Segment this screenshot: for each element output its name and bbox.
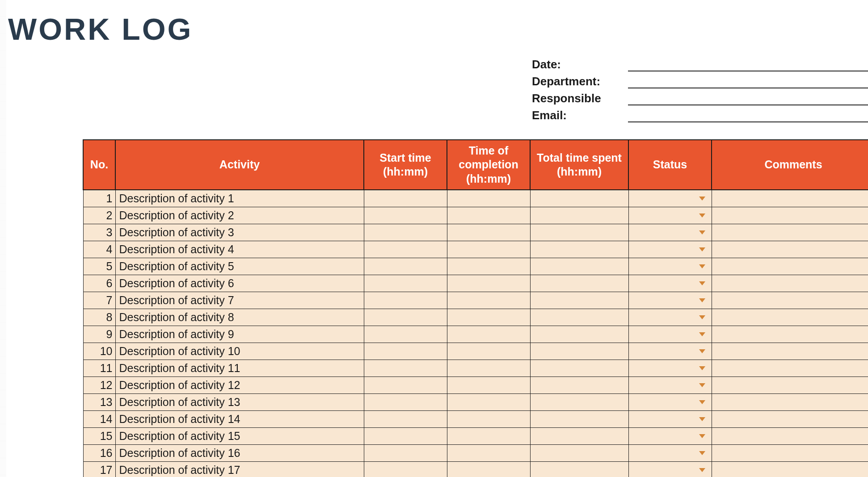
cell-activity[interactable]: Description of activity 3 — [115, 224, 364, 241]
cell-activity[interactable]: Description of activity 16 — [115, 444, 364, 461]
cell-start[interactable] — [364, 427, 447, 444]
cell-start[interactable] — [364, 241, 447, 258]
cell-total[interactable] — [530, 224, 628, 241]
cell-end[interactable] — [447, 224, 530, 241]
cell-total[interactable] — [530, 241, 628, 258]
cell-end[interactable] — [447, 190, 530, 207]
cell-total[interactable] — [530, 343, 628, 360]
cell-status[interactable] — [628, 292, 712, 309]
cell-no[interactable]: 3 — [83, 224, 115, 241]
cell-end[interactable] — [447, 410, 530, 427]
cell-end[interactable] — [447, 292, 530, 309]
cell-total[interactable] — [530, 360, 628, 377]
cell-total[interactable] — [530, 427, 628, 444]
cell-comments[interactable] — [712, 190, 868, 207]
status-dropdown[interactable] — [629, 428, 712, 444]
cell-comments[interactable] — [712, 410, 868, 427]
cell-comments[interactable] — [712, 258, 868, 275]
status-dropdown[interactable] — [629, 326, 712, 343]
cell-end[interactable] — [447, 427, 530, 444]
status-dropdown[interactable] — [629, 377, 712, 393]
responsible-input[interactable] — [628, 92, 868, 105]
cell-start[interactable] — [364, 224, 447, 241]
status-dropdown[interactable] — [629, 462, 712, 477]
cell-end[interactable] — [447, 377, 530, 393]
cell-start[interactable] — [364, 343, 447, 360]
status-dropdown[interactable] — [629, 309, 712, 326]
cell-total[interactable] — [530, 309, 628, 326]
cell-comments[interactable] — [712, 224, 868, 241]
cell-comments[interactable] — [712, 427, 868, 444]
cell-activity[interactable]: Description of activity 17 — [115, 461, 364, 477]
cell-comments[interactable] — [712, 461, 868, 477]
cell-start[interactable] — [364, 444, 447, 461]
cell-comments[interactable] — [712, 241, 868, 258]
cell-comments[interactable] — [712, 326, 868, 343]
cell-start[interactable] — [364, 410, 447, 427]
cell-start[interactable] — [364, 326, 447, 343]
cell-end[interactable] — [447, 309, 530, 326]
cell-comments[interactable] — [712, 444, 868, 461]
cell-activity[interactable]: Description of activity 1 — [115, 190, 364, 207]
cell-status[interactable] — [628, 410, 712, 427]
status-dropdown[interactable] — [629, 241, 712, 258]
cell-total[interactable] — [530, 207, 628, 224]
cell-status[interactable] — [628, 258, 712, 275]
cell-start[interactable] — [364, 292, 447, 309]
cell-status[interactable] — [628, 326, 712, 343]
cell-end[interactable] — [447, 461, 530, 477]
cell-end[interactable] — [447, 326, 530, 343]
status-dropdown[interactable] — [629, 411, 712, 427]
cell-no[interactable]: 2 — [83, 207, 115, 224]
cell-activity[interactable]: Description of activity 8 — [115, 309, 364, 326]
status-dropdown[interactable] — [629, 360, 712, 377]
cell-comments[interactable] — [712, 292, 868, 309]
cell-no[interactable]: 4 — [83, 241, 115, 258]
cell-status[interactable] — [628, 275, 712, 292]
cell-start[interactable] — [364, 461, 447, 477]
cell-status[interactable] — [628, 427, 712, 444]
cell-activity[interactable]: Description of activity 13 — [115, 393, 364, 410]
cell-no[interactable]: 16 — [83, 444, 115, 461]
cell-start[interactable] — [364, 360, 447, 377]
cell-start[interactable] — [364, 309, 447, 326]
cell-no[interactable]: 9 — [83, 326, 115, 343]
cell-status[interactable] — [628, 224, 712, 241]
cell-start[interactable] — [364, 207, 447, 224]
cell-no[interactable]: 13 — [83, 393, 115, 410]
cell-total[interactable] — [530, 275, 628, 292]
cell-activity[interactable]: Description of activity 2 — [115, 207, 364, 224]
cell-activity[interactable]: Description of activity 6 — [115, 275, 364, 292]
cell-comments[interactable] — [712, 360, 868, 377]
cell-start[interactable] — [364, 275, 447, 292]
status-dropdown[interactable] — [629, 258, 712, 275]
status-dropdown[interactable] — [629, 190, 712, 207]
cell-end[interactable] — [447, 444, 530, 461]
cell-status[interactable] — [628, 393, 712, 410]
status-dropdown[interactable] — [629, 207, 712, 224]
cell-no[interactable]: 14 — [83, 410, 115, 427]
cell-activity[interactable]: Description of activity 7 — [115, 292, 364, 309]
cell-no[interactable]: 17 — [83, 461, 115, 477]
cell-no[interactable]: 1 — [83, 190, 115, 207]
cell-no[interactable]: 5 — [83, 258, 115, 275]
cell-comments[interactable] — [712, 207, 868, 224]
cell-comments[interactable] — [712, 393, 868, 410]
cell-total[interactable] — [530, 377, 628, 393]
cell-no[interactable]: 11 — [83, 360, 115, 377]
cell-total[interactable] — [530, 410, 628, 427]
cell-end[interactable] — [447, 241, 530, 258]
cell-activity[interactable]: Description of activity 5 — [115, 258, 364, 275]
cell-end[interactable] — [447, 343, 530, 360]
status-dropdown[interactable] — [629, 343, 712, 360]
cell-activity[interactable]: Description of activity 4 — [115, 241, 364, 258]
cell-no[interactable]: 6 — [83, 275, 115, 292]
cell-status[interactable] — [628, 241, 712, 258]
cell-end[interactable] — [447, 360, 530, 377]
cell-status[interactable] — [628, 190, 712, 207]
cell-comments[interactable] — [712, 275, 868, 292]
cell-end[interactable] — [447, 207, 530, 224]
date-input[interactable] — [628, 58, 868, 71]
cell-activity[interactable]: Description of activity 11 — [115, 360, 364, 377]
cell-comments[interactable] — [712, 343, 868, 360]
